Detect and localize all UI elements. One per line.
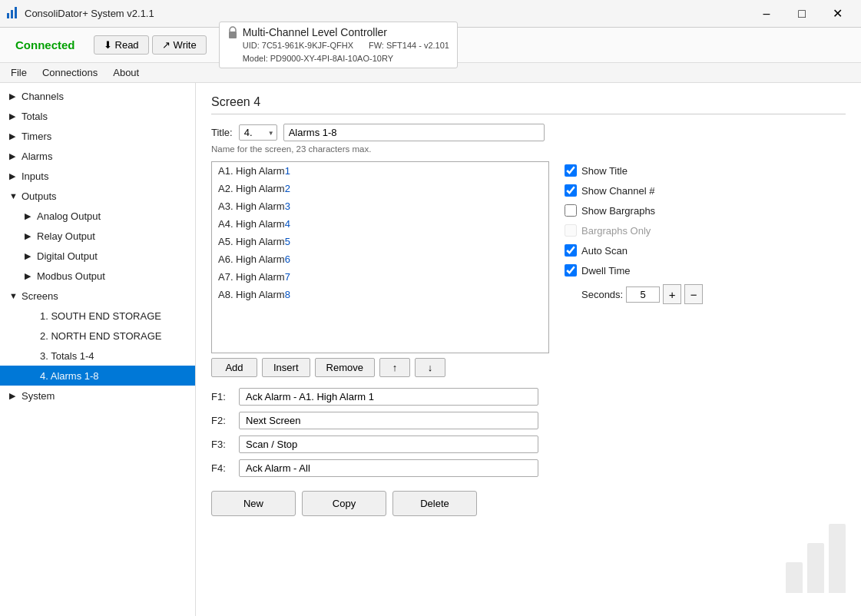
fkey-input-f4[interactable] xyxy=(239,459,538,477)
item-label: A1. High Alarm xyxy=(218,165,285,177)
sidebar-label-digital-output: Digital Output xyxy=(37,250,98,262)
sidebar-item-screen-1[interactable]: 1. SOUTH END STORAGE xyxy=(0,306,195,326)
fkey-row-f1: F1: xyxy=(211,388,846,406)
menu-file[interactable]: File xyxy=(3,65,35,80)
item-link: 4 xyxy=(285,218,290,230)
move-down-button[interactable]: ↓ xyxy=(415,358,445,377)
title-input[interactable] xyxy=(283,124,545,141)
sidebar-label-alarms: Alarms xyxy=(22,151,52,162)
title-num-select[interactable]: 4. xyxy=(239,124,277,141)
sidebar-label-channels: Channels xyxy=(22,91,64,102)
write-button[interactable]: ↗ Write xyxy=(152,35,207,55)
item-label: A7. High Alarm xyxy=(218,271,285,283)
item-label: A5. High Alarm xyxy=(218,236,285,247)
item-label: A2. High Alarm xyxy=(218,183,285,194)
list-item-A3[interactable]: A3. High Alarm 3 xyxy=(212,197,548,215)
sidebar-item-screen-3[interactable]: 3. Totals 1-4 xyxy=(0,346,195,366)
close-button[interactable]: ✕ xyxy=(820,0,855,28)
show-bargraphs-label: Show Bargraphs xyxy=(581,205,655,217)
list-item-A6[interactable]: A6. High Alarm 6 xyxy=(212,250,548,268)
list-item-A4[interactable]: A4. High Alarm 4 xyxy=(212,215,548,233)
menu-connections[interactable]: Connections xyxy=(35,65,105,80)
expand-icon: ▼ xyxy=(9,191,20,200)
sidebar-label-totals: Totals xyxy=(22,111,48,122)
sidebar-item-screen-2[interactable]: 2. NORTH END STORAGE xyxy=(0,326,195,346)
dwell-time-row: Dwell Time xyxy=(565,264,703,277)
fkey-input-f3[interactable] xyxy=(239,436,538,453)
fkey-input-f2[interactable] xyxy=(239,412,538,429)
sidebar-label-screen-1: 1. SOUTH END STORAGE xyxy=(40,310,161,322)
sidebar-item-timers[interactable]: ▶ Timers xyxy=(0,126,195,146)
bottom-buttons: New Copy Delete xyxy=(211,491,846,516)
remove-button[interactable]: Remove xyxy=(315,358,375,377)
sidebar-item-channels[interactable]: ▶ Channels xyxy=(0,86,195,106)
sidebar-item-outputs[interactable]: ▼ Outputs xyxy=(0,186,195,206)
sidebar-item-alarms[interactable]: ▶ Alarms xyxy=(0,146,195,166)
sidebar-item-analog-output[interactable]: ▶ Analog Output xyxy=(0,206,195,226)
sidebar-label-screen-2: 2. NORTH END STORAGE xyxy=(40,330,161,342)
read-button[interactable]: ⬇ Read xyxy=(94,35,149,55)
sidebar-item-digital-output[interactable]: ▶ Digital Output xyxy=(0,246,195,266)
fkey-input-f1[interactable] xyxy=(239,388,538,406)
dwell-time-checkbox[interactable] xyxy=(565,264,577,277)
list-item-A5[interactable]: A5. High Alarm 5 xyxy=(212,233,548,250)
sidebar-label-system: System xyxy=(22,390,55,402)
expand-icon: ▶ xyxy=(25,211,35,221)
seconds-input[interactable] xyxy=(626,286,660,303)
sidebar-label-analog-output: Analog Output xyxy=(37,210,101,222)
auto-scan-checkbox[interactable] xyxy=(565,244,577,257)
expand-icon: ▶ xyxy=(9,91,20,101)
list-options-row: A1. High Alarm 1 A2. High Alarm 2 A3. Hi… xyxy=(211,161,846,353)
item-link: 7 xyxy=(285,271,290,283)
maximize-button[interactable]: □ xyxy=(784,0,820,28)
fkey-label-f1: F1: xyxy=(211,391,239,402)
sidebar-item-relay-output[interactable]: ▶ Relay Output xyxy=(0,226,195,246)
device-lock-icon xyxy=(227,25,238,39)
delete-button[interactable]: Delete xyxy=(392,491,477,516)
copy-button[interactable]: Copy xyxy=(302,491,386,516)
show-bargraphs-row: Show Bargraphs xyxy=(565,204,703,217)
expand-icon: ▶ xyxy=(9,151,20,161)
sidebar-label-modbus-output: Modbus Output xyxy=(37,270,105,282)
sidebar-label-screen-3: 3. Totals 1-4 xyxy=(40,350,94,362)
connection-status: Connected xyxy=(6,38,84,51)
fkey-row-f4: F4: xyxy=(211,459,846,477)
sidebar-label-inputs: Inputs xyxy=(22,171,48,182)
show-channel-checkbox[interactable] xyxy=(565,184,577,197)
write-label: Write xyxy=(174,39,197,51)
add-button[interactable]: Add xyxy=(211,358,257,377)
new-button[interactable]: New xyxy=(211,491,296,516)
move-up-button[interactable]: ↑ xyxy=(379,358,410,377)
app-title: ConsoliDator+ System v2.1.1 xyxy=(25,8,154,19)
seconds-increment-button[interactable]: + xyxy=(663,284,681,304)
sidebar-label-screens: Screens xyxy=(22,290,58,302)
list-item-A1[interactable]: A1. High Alarm 1 xyxy=(212,162,548,180)
expand-icon: ▼ xyxy=(9,291,20,300)
item-link: 8 xyxy=(285,289,290,300)
show-bargraphs-checkbox[interactable] xyxy=(565,204,577,217)
show-title-checkbox[interactable] xyxy=(565,164,577,177)
item-link: 6 xyxy=(285,253,290,265)
list-item-A7[interactable]: A7. High Alarm 7 xyxy=(212,268,548,286)
device-model: Model: PD9000-XY-4PI-8AI-10AO-10RY xyxy=(243,54,393,63)
insert-button[interactable]: Insert xyxy=(262,358,310,377)
sidebar-item-totals[interactable]: ▶ Totals xyxy=(0,106,195,126)
sidebar-item-screen-4[interactable]: 4. Alarms 1-8 xyxy=(0,366,195,386)
list-item-A8[interactable]: A8. High Alarm 8 xyxy=(212,286,548,303)
sidebar-item-inputs[interactable]: ▶ Inputs xyxy=(0,166,195,186)
item-link: 3 xyxy=(285,200,290,212)
show-title-label: Show Title xyxy=(581,165,628,177)
title-label: Title: xyxy=(211,127,233,138)
list-item-A2[interactable]: A2. High Alarm 2 xyxy=(212,180,548,197)
menu-about[interactable]: About xyxy=(105,65,147,80)
bargraphs-only-row: Bargraphs Only xyxy=(565,224,703,237)
seconds-decrement-button[interactable]: − xyxy=(684,284,703,304)
minimize-button[interactable]: – xyxy=(749,0,784,28)
bargraphs-only-checkbox[interactable] xyxy=(565,224,577,237)
content-panel: Screen 4 Title: 4. Name for the screen, … xyxy=(196,83,861,616)
sidebar-item-modbus-output[interactable]: ▶ Modbus Output xyxy=(0,266,195,286)
svg-rect-0 xyxy=(7,13,9,18)
list-action-buttons: Add Insert Remove ↑ ↓ xyxy=(211,358,846,377)
sidebar-item-system[interactable]: ▶ System xyxy=(0,386,195,406)
sidebar-item-screens[interactable]: ▼ Screens xyxy=(0,286,195,306)
